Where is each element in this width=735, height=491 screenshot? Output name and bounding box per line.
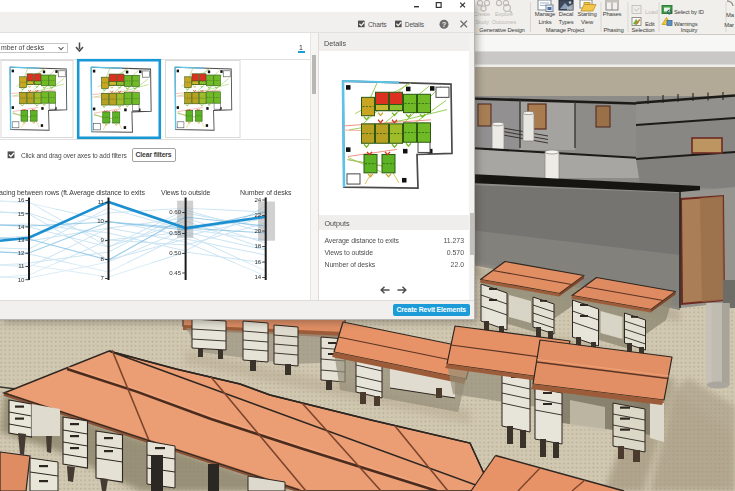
svg-text:10: 10 bbox=[18, 276, 25, 283]
svg-text:Edit: Edit bbox=[645, 21, 655, 27]
svg-text:Warnings: Warnings bbox=[674, 21, 698, 27]
svg-text:Views to outside: Views to outside bbox=[161, 189, 210, 196]
svg-text:16: 16 bbox=[254, 258, 261, 265]
svg-text:24: 24 bbox=[254, 196, 261, 203]
svg-text:Number of desks: Number of desks bbox=[240, 189, 292, 196]
svg-text:Links: Links bbox=[538, 19, 551, 25]
svg-text:Starting: Starting bbox=[577, 11, 596, 17]
svg-text:0.55: 0.55 bbox=[169, 229, 181, 236]
svg-text:?: ? bbox=[442, 20, 447, 29]
svg-text:Mar: Mar bbox=[724, 22, 734, 28]
svg-text:Average distance to exits: Average distance to exits bbox=[69, 189, 145, 197]
svg-text:Types: Types bbox=[559, 19, 574, 25]
svg-text:0.60: 0.60 bbox=[169, 208, 181, 215]
svg-text:0.45: 0.45 bbox=[169, 269, 181, 276]
svg-text:12: 12 bbox=[18, 249, 25, 256]
svg-text:Phases: Phases bbox=[603, 11, 622, 17]
svg-text:14: 14 bbox=[254, 273, 261, 280]
svg-text:15: 15 bbox=[18, 210, 25, 217]
svg-text:Load: Load bbox=[645, 9, 658, 15]
svg-text:Manage Project: Manage Project bbox=[546, 27, 585, 33]
svg-text:acing between rows (ft...: acing between rows (ft... bbox=[0, 189, 73, 197]
svg-text:7: 7 bbox=[101, 274, 105, 281]
svg-text:Explore: Explore bbox=[495, 11, 513, 17]
svg-text:0.50: 0.50 bbox=[169, 249, 181, 256]
svg-text:20: 20 bbox=[254, 227, 261, 234]
svg-text:Outcomes: Outcomes bbox=[492, 19, 517, 25]
svg-text:Manage: Manage bbox=[535, 11, 556, 17]
svg-text:Phasing: Phasing bbox=[603, 27, 623, 33]
svg-text:13: 13 bbox=[18, 236, 25, 243]
svg-text:Generative Design: Generative Design bbox=[479, 27, 524, 33]
svg-text:16: 16 bbox=[18, 196, 25, 203]
svg-text:14: 14 bbox=[18, 223, 25, 230]
svg-text:Decal: Decal bbox=[559, 11, 573, 17]
svg-text:Select by ID: Select by ID bbox=[674, 9, 704, 15]
svg-text:18: 18 bbox=[254, 242, 261, 249]
svg-text:Inquiry: Inquiry bbox=[681, 27, 698, 33]
svg-text:11: 11 bbox=[18, 262, 25, 269]
svg-text:10: 10 bbox=[97, 217, 104, 224]
svg-text:Create: Create bbox=[474, 11, 490, 17]
svg-text:11: 11 bbox=[98, 198, 105, 205]
svg-text:22: 22 bbox=[254, 211, 261, 218]
svg-text:Ma: Ma bbox=[726, 12, 735, 18]
svg-text:Study: Study bbox=[475, 19, 489, 25]
svg-text:View: View bbox=[581, 19, 594, 25]
svg-text:Selection: Selection bbox=[632, 27, 655, 33]
